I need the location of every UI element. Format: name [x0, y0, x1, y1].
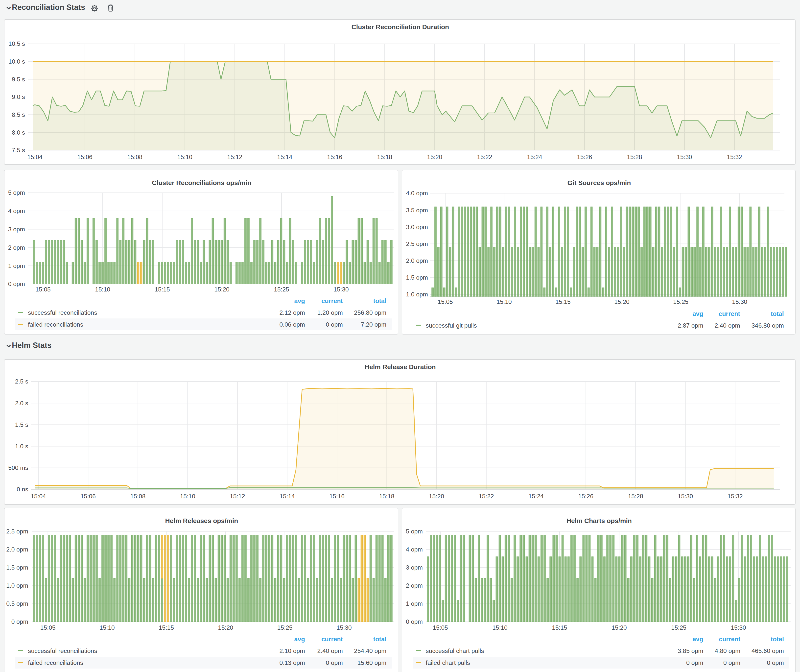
- svg-text:15:30: 15:30: [731, 624, 746, 631]
- svg-text:2.5 opm: 2.5 opm: [406, 240, 428, 247]
- svg-text:15:15: 15:15: [159, 624, 174, 631]
- svg-text:15:22: 15:22: [477, 154, 492, 160]
- svg-text:Helm Release Duration: Helm Release Duration: [365, 363, 436, 371]
- svg-text:15:05: 15:05: [438, 298, 453, 305]
- svg-text:15:25: 15:25: [673, 298, 688, 305]
- svg-text:3 opm: 3 opm: [8, 226, 25, 233]
- svg-text:0 opm: 0 opm: [723, 659, 741, 666]
- svg-text:1.0 opm: 1.0 opm: [6, 582, 28, 589]
- svg-text:15:16: 15:16: [327, 154, 342, 160]
- svg-text:0 opm: 0 opm: [326, 659, 343, 666]
- svg-text:15:32: 15:32: [727, 154, 742, 160]
- svg-text:1.5 opm: 1.5 opm: [6, 564, 28, 571]
- svg-text:7.5 s: 7.5 s: [12, 147, 25, 154]
- svg-text:15:08: 15:08: [127, 154, 142, 160]
- svg-text:15:05: 15:05: [433, 624, 448, 631]
- svg-text:Cluster Reconciliation Duratio: Cluster Reconciliation Duration: [352, 23, 449, 31]
- svg-text:15:30: 15:30: [336, 624, 352, 631]
- svg-text:15:10: 15:10: [95, 286, 110, 293]
- svg-text:3.85 opm: 3.85 opm: [678, 648, 703, 654]
- svg-text:15:20: 15:20: [214, 286, 230, 293]
- svg-text:15:14: 15:14: [280, 493, 295, 499]
- svg-text:2.0 opm: 2.0 opm: [406, 257, 428, 264]
- svg-text:15:30: 15:30: [678, 493, 693, 499]
- svg-text:current: current: [719, 636, 741, 643]
- svg-text:15:25: 15:25: [671, 624, 686, 631]
- svg-text:2.5 opm: 2.5 opm: [6, 528, 28, 535]
- svg-text:254.40 opm: 254.40 opm: [354, 648, 386, 654]
- svg-text:15:14: 15:14: [277, 154, 293, 160]
- svg-text:0 opm: 0 opm: [686, 659, 703, 666]
- svg-text:1 opm: 1 opm: [406, 600, 423, 607]
- svg-text:15:20: 15:20: [611, 624, 627, 631]
- svg-text:1.0 opm: 1.0 opm: [406, 291, 428, 298]
- svg-text:15:15: 15:15: [552, 624, 567, 631]
- svg-text:15:18: 15:18: [377, 154, 392, 160]
- svg-text:1.5 s: 1.5 s: [15, 421, 28, 428]
- svg-text:0.13 opm: 0.13 opm: [280, 659, 305, 666]
- svg-text:avg: avg: [693, 636, 703, 643]
- svg-text:5 opm: 5 opm: [406, 528, 423, 535]
- svg-text:5 opm: 5 opm: [8, 189, 25, 196]
- svg-text:15:25: 15:25: [274, 286, 289, 293]
- svg-text:3.5 opm: 3.5 opm: [406, 207, 428, 214]
- svg-text:2.0 opm: 2.0 opm: [6, 546, 28, 553]
- svg-text:2.12 opm: 2.12 opm: [280, 309, 305, 316]
- svg-text:15:32: 15:32: [728, 493, 743, 499]
- svg-text:15:22: 15:22: [478, 493, 494, 499]
- svg-text:successful git pulls: successful git pulls: [426, 322, 477, 329]
- svg-text:10.0 s: 10.0 s: [8, 58, 25, 65]
- svg-text:0 opm: 0 opm: [8, 281, 25, 287]
- svg-text:successful chart pulls: successful chart pulls: [426, 648, 484, 654]
- svg-text:15:30: 15:30: [677, 154, 692, 160]
- svg-text:0 ns: 0 ns: [17, 486, 29, 493]
- svg-text:0 opm: 0 opm: [11, 618, 28, 625]
- svg-text:2.40 opm: 2.40 opm: [317, 648, 343, 654]
- svg-text:avg: avg: [693, 310, 703, 317]
- svg-text:15:20: 15:20: [218, 624, 233, 631]
- svg-text:15:15: 15:15: [555, 298, 571, 305]
- svg-text:2 opm: 2 opm: [8, 244, 25, 251]
- svg-text:9.0 s: 9.0 s: [12, 94, 25, 100]
- svg-text:15:10: 15:10: [99, 624, 115, 631]
- svg-text:15:04: 15:04: [27, 154, 43, 160]
- svg-text:1.5 opm: 1.5 opm: [406, 274, 428, 281]
- svg-text:346.80 opm: 346.80 opm: [752, 322, 784, 329]
- svg-text:15:06: 15:06: [80, 493, 96, 499]
- svg-text:2.87 opm: 2.87 opm: [678, 322, 703, 329]
- svg-text:0.06 opm: 0.06 opm: [280, 321, 305, 328]
- svg-text:15:28: 15:28: [627, 154, 642, 160]
- svg-text:10.5 s: 10.5 s: [8, 40, 25, 47]
- svg-text:15:20: 15:20: [429, 493, 444, 499]
- svg-text:successful reconciliations: successful reconciliations: [28, 309, 97, 316]
- svg-text:1 opm: 1 opm: [8, 262, 25, 269]
- svg-text:Git Sources ops/min: Git Sources ops/min: [568, 179, 631, 187]
- svg-text:total: total: [771, 636, 784, 643]
- svg-text:total: total: [373, 298, 386, 304]
- svg-text:0 opm: 0 opm: [326, 321, 343, 328]
- svg-text:3.0 opm: 3.0 opm: [406, 224, 428, 230]
- svg-text:15:20: 15:20: [427, 154, 442, 160]
- svg-text:2.40 opm: 2.40 opm: [715, 322, 740, 329]
- svg-text:15:04: 15:04: [31, 493, 46, 499]
- svg-text:Cluster Reconciliations ops/mi: Cluster Reconciliations ops/min: [152, 179, 251, 187]
- svg-text:15:30: 15:30: [732, 298, 747, 305]
- svg-text:successful reconciliations: successful reconciliations: [28, 648, 97, 654]
- svg-text:current: current: [322, 636, 343, 643]
- svg-text:15:12: 15:12: [230, 493, 245, 499]
- svg-text:15:20: 15:20: [614, 298, 630, 305]
- svg-text:15:18: 15:18: [379, 493, 395, 499]
- svg-text:15:26: 15:26: [578, 493, 594, 499]
- svg-text:15:08: 15:08: [130, 493, 146, 499]
- svg-text:15:25: 15:25: [277, 624, 293, 631]
- svg-text:15:06: 15:06: [77, 154, 93, 160]
- svg-text:total: total: [771, 310, 784, 317]
- svg-text:15:10: 15:10: [180, 493, 195, 499]
- svg-text:1.20 opm: 1.20 opm: [317, 309, 343, 316]
- svg-text:15:10: 15:10: [492, 624, 507, 631]
- svg-text:465.60 opm: 465.60 opm: [752, 648, 784, 654]
- svg-text:0.5 opm: 0.5 opm: [6, 600, 28, 607]
- svg-text:15:10: 15:10: [496, 298, 512, 305]
- svg-text:9.5 s: 9.5 s: [12, 76, 25, 83]
- svg-text:15:12: 15:12: [227, 154, 242, 160]
